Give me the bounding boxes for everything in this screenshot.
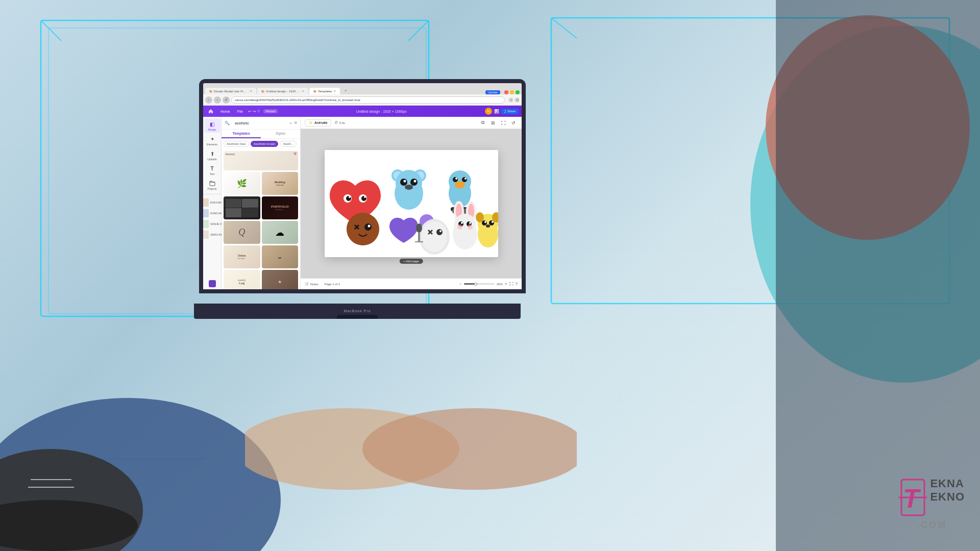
window-minimize[interactable] — [510, 90, 514, 94]
animate-button[interactable]: ✨ Animate — [305, 119, 331, 127]
template-card-9[interactable]: 📸 — [262, 245, 299, 268]
watermark-t-icon: T — [899, 477, 927, 520]
zoom-in-icon[interactable]: + — [505, 282, 507, 286]
sidebar-item-uploads[interactable]: ⬆ Uploads — [204, 148, 220, 162]
browser-tab-2[interactable]: 🎨 Untitled design - 1920 × 1080p... × — [257, 88, 308, 94]
browser-back[interactable]: ‹ — [205, 96, 212, 104]
filter-chip-aesthetic-brown[interactable]: Aesthetic brown — [251, 141, 279, 147]
redo-button[interactable]: ↪ — [253, 109, 256, 114]
filter-chip-aesthetic-other[interactable]: Aesth... — [280, 141, 296, 147]
template-preview-1: January 📅 — [224, 151, 298, 170]
svg-point-32 — [410, 179, 418, 186]
svg-point-68 — [469, 222, 471, 224]
svg-point-35 — [405, 185, 413, 190]
tab-close-3[interactable]: × — [333, 89, 336, 93]
template-card-8[interactable]: Online Tumbuh... — [224, 245, 260, 268]
canva-workspace: ◧ Design ✦ Elements ⬆ Uploads T — [203, 117, 522, 289]
canvas-fullscreen-icon[interactable]: ⛶ — [499, 119, 507, 127]
browser-forward[interactable]: › — [214, 96, 221, 104]
undo-button[interactable]: ↩ — [248, 109, 252, 114]
laptop-brand-label: MacBook Pro — [344, 309, 371, 313]
svg-point-41 — [455, 178, 457, 180]
template-card-6[interactable]: Q — [224, 221, 260, 244]
browser-update-button[interactable]: Update — [485, 90, 500, 94]
svg-point-50 — [364, 223, 372, 231]
svg-point-74 — [489, 220, 494, 226]
laptop-notch — [337, 315, 378, 319]
browser-tab-1[interactable]: 🎨 Desain Mudah dan Praktis deng... × — [205, 88, 256, 94]
svg-point-67 — [461, 222, 463, 224]
svg-point-31 — [400, 179, 407, 186]
template-preview-7: ☁ — [262, 221, 299, 244]
template-card-2[interactable]: 🌿 — [224, 172, 260, 195]
user-avatar[interactable]: U — [485, 108, 492, 115]
share-button[interactable]: ⤴ Share — [501, 109, 519, 114]
svg-point-80 — [416, 223, 422, 233]
extensions-icon[interactable]: ⬡ — [514, 97, 520, 103]
template-preview-3: Wedding Calendar — [262, 172, 299, 195]
color-swatch[interactable] — [209, 280, 216, 287]
window-maximize[interactable] — [516, 90, 520, 94]
canvas-time-display[interactable]: ⏱ 5.0s — [334, 121, 345, 124]
help-icon[interactable]: ? — [516, 282, 518, 286]
template-card-1[interactable]: January 📅 — [224, 151, 298, 170]
panel-tabs: Templates Styles — [222, 130, 300, 139]
canva-file-menu[interactable]: File — [235, 109, 245, 114]
stats-icon[interactable]: 📊 — [494, 109, 499, 114]
browser-url-bar[interactable]: canva.com/design/DAFPdxPly00/EDvS-zFEhcX… — [231, 96, 505, 104]
canva-sidebar-icons: ◧ Design ✦ Elements ⬆ Uploads T — [203, 117, 222, 289]
window-close[interactable] — [504, 90, 508, 94]
add-page-button[interactable]: + Add page — [399, 259, 423, 264]
svg-point-39 — [453, 177, 458, 182]
template-card-11[interactable]: 🏠 — [262, 270, 299, 289]
text-icon: T — [209, 165, 216, 172]
search-input[interactable] — [232, 119, 287, 127]
template-card-5[interactable]: PORTFOLIO by laure... — [262, 196, 299, 219]
browser-tabs: 🎨 Desain Mudah dan Praktis deng... × 🎨 U… — [203, 83, 522, 94]
canvas-bottom-bar: 📝 Notes Page 1 of 1 − 35% — [301, 278, 522, 289]
search-filter-icon[interactable]: ⚙ — [294, 121, 297, 125]
sidebar-item-elements[interactable]: ✦ Elements — [204, 134, 220, 147]
canva-home-menu[interactable]: Home — [218, 109, 232, 114]
svg-point-58 — [439, 230, 442, 232]
canvas-toolbar: ✨ Animate ⏱ 5.0s ⧉ ⊞ ⛶ ↺ — [301, 117, 522, 129]
canvas-page[interactable] — [325, 150, 498, 257]
sidebar-item-projects[interactable]: Projects — [204, 178, 220, 192]
template-preview-9: 📸 — [262, 245, 299, 268]
svg-point-73 — [482, 220, 487, 226]
browser-tab-3[interactable]: 🎨 Templates × — [309, 88, 340, 94]
canva-canvas-area: ✨ Animate ⏱ 5.0s ⧉ ⊞ ⛶ ↺ — [301, 117, 522, 289]
tab-styles[interactable]: Styles — [261, 130, 300, 138]
zoom-slider[interactable] — [464, 283, 495, 285]
canva-home-button[interactable] — [206, 107, 215, 116]
canvas-refresh-icon[interactable]: ↺ — [509, 119, 518, 127]
template-preview-8: Online Tumbuh... — [224, 245, 260, 268]
template-card-3[interactable]: Wedding Calendar — [262, 172, 299, 195]
browser-refresh[interactable]: ↺ — [223, 96, 230, 104]
svg-point-17 — [362, 408, 577, 490]
tab-close-1[interactable]: × — [250, 89, 252, 93]
new-tab-button[interactable]: + — [342, 87, 349, 94]
canva-resize-button[interactable]: Resize — [263, 109, 278, 113]
notes-button[interactable]: 📝 Notes Page 1 of 1 — [305, 282, 340, 286]
tab-templates[interactable]: Templates — [222, 130, 261, 138]
search-clear-icon[interactable]: × — [289, 121, 292, 126]
bookmark-icon[interactable]: ☆ — [508, 97, 513, 103]
template-card-10[interactable]: weekly Log — [224, 270, 260, 289]
canvas-grid-icon[interactable]: ⊞ — [489, 119, 497, 127]
zoom-out-icon[interactable]: − — [459, 282, 462, 286]
template-card-4[interactable] — [224, 196, 260, 219]
bt21-illustration — [325, 150, 498, 257]
tab-close-2[interactable]: × — [302, 89, 304, 93]
sidebar-item-design[interactable]: ◧ Design — [204, 119, 220, 133]
svg-rect-10 — [776, 0, 980, 551]
laptop-bottom-bezel: MacBook Pro — [194, 304, 521, 319]
canvas-copy-icon[interactable]: ⧉ — [479, 119, 487, 127]
svg-point-38 — [455, 181, 465, 188]
sidebar-item-text[interactable]: T Text — [204, 163, 220, 177]
filter-chip-aesthetic-blue[interactable]: Aesthetic blue — [224, 141, 249, 147]
template-card-7[interactable]: ☁ — [262, 221, 299, 244]
svg-point-40 — [462, 177, 467, 182]
template-preview-5: PORTFOLIO by laure... — [262, 196, 299, 219]
fullscreen-icon[interactable]: ⛶ — [509, 282, 513, 286]
